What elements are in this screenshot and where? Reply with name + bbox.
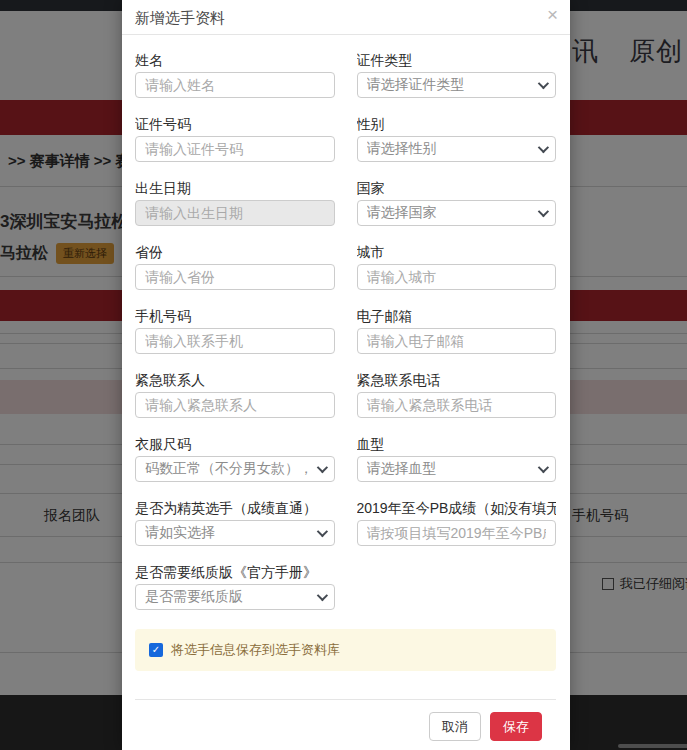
add-athlete-modal: 新增选手资料 × 姓名 证件类型 请选择证件类型 证件号: [122, 0, 570, 750]
field-elite: 是否为精英选手（成绩直通） 请如实选择: [135, 501, 335, 546]
pb-result-input[interactable]: [357, 520, 557, 546]
field-emergency-contact: 紧急联系人: [135, 373, 335, 418]
id-type-select[interactable]: 请选择证件类型: [357, 72, 557, 98]
field-id-type: 证件类型 请选择证件类型: [357, 53, 557, 98]
cancel-button[interactable]: 取消: [429, 712, 481, 741]
chevron-down-icon: [316, 590, 327, 601]
field-birthdate: 出生日期: [135, 181, 335, 226]
elite-select[interactable]: 请如实选择: [135, 520, 335, 546]
chevron-down-icon: [538, 462, 549, 473]
field-province: 省份: [135, 245, 335, 290]
emergency-contact-input[interactable]: [135, 392, 335, 418]
field-country: 国家 请选择国家: [357, 181, 557, 226]
field-blood-type: 血型 请选择血型: [357, 437, 557, 482]
modal-header: 新增选手资料 ×: [122, 0, 570, 35]
elite-label: 是否为精英选手（成绩直通）: [135, 501, 335, 516]
field-id-number: 证件号码: [135, 117, 335, 162]
emergency-contact-label: 紧急联系人: [135, 373, 335, 388]
city-label: 城市: [357, 245, 557, 260]
country-select[interactable]: 请选择国家: [357, 200, 557, 226]
name-label: 姓名: [135, 53, 335, 68]
screen: 讯 原创 >> 赛事详情 >> 赛 3深圳宝安马拉松 马拉松 重新选择 报名团队…: [0, 0, 687, 750]
chevron-down-icon: [538, 142, 549, 153]
phone-label: 手机号码: [135, 309, 335, 324]
modal-body: 姓名 证件类型 请选择证件类型 证件号码 性别: [122, 35, 570, 750]
save-to-library-alert: ✓ 将选手信息保存到选手资料库: [135, 629, 556, 671]
field-city: 城市: [357, 245, 557, 290]
name-input[interactable]: [135, 72, 335, 98]
birthdate-input[interactable]: [135, 200, 335, 226]
blood-type-label: 血型: [357, 437, 557, 452]
country-label: 国家: [357, 181, 557, 196]
field-phone: 手机号码: [135, 309, 335, 354]
id-type-label: 证件类型: [357, 53, 557, 68]
field-email: 电子邮箱: [357, 309, 557, 354]
modal-footer: 取消 保存: [135, 699, 556, 750]
save-to-library-label: 将选手信息保存到选手资料库: [171, 641, 340, 659]
blood-type-select[interactable]: 请选择血型: [357, 456, 557, 482]
email-input[interactable]: [357, 328, 557, 354]
checkbox-checked-icon[interactable]: ✓: [149, 643, 163, 657]
province-label: 省份: [135, 245, 335, 260]
close-icon[interactable]: ×: [547, 5, 558, 25]
gender-select[interactable]: 请选择性别: [357, 136, 557, 162]
pb-result-label: 2019年至今PB成绩（如没有填无）: [357, 501, 557, 516]
city-input[interactable]: [357, 264, 557, 290]
field-pb-result: 2019年至今PB成绩（如没有填无）: [357, 501, 557, 546]
chevron-down-icon: [538, 78, 549, 89]
email-label: 电子邮箱: [357, 309, 557, 324]
chevron-down-icon: [316, 462, 327, 473]
emergency-phone-label: 紧急联系电话: [357, 373, 557, 388]
field-name: 姓名: [135, 53, 335, 98]
modal-title: 新增选手资料: [135, 9, 556, 26]
field-gender: 性别 请选择性别: [357, 117, 557, 162]
field-emergency-phone: 紧急联系电话: [357, 373, 557, 418]
save-button[interactable]: 保存: [490, 712, 542, 741]
field-handbook: 是否需要纸质版《官方手册》 是否需要纸质版: [135, 565, 335, 610]
chevron-down-icon: [316, 526, 327, 537]
birthdate-label: 出生日期: [135, 181, 335, 196]
shirt-size-select[interactable]: 码数正常（不分男女款），按照平: [135, 456, 335, 482]
shirt-size-label: 衣服尺码: [135, 437, 335, 452]
phone-input[interactable]: [135, 328, 335, 354]
chevron-down-icon: [538, 206, 549, 217]
handbook-select[interactable]: 是否需要纸质版: [135, 584, 335, 610]
id-number-label: 证件号码: [135, 117, 335, 132]
handbook-label: 是否需要纸质版《官方手册》: [135, 565, 335, 580]
spacer: [357, 565, 557, 610]
field-shirt-size: 衣服尺码 码数正常（不分男女款），按照平: [135, 437, 335, 482]
id-number-input[interactable]: [135, 136, 335, 162]
province-input[interactable]: [135, 264, 335, 290]
gender-label: 性别: [357, 117, 557, 132]
emergency-phone-input[interactable]: [357, 392, 557, 418]
